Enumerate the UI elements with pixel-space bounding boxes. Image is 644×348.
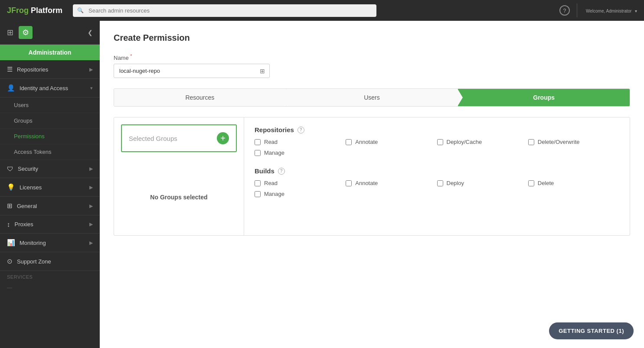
builds-checkboxes: Read Annotate Deploy Delete xyxy=(255,180,619,200)
repo-manage-input[interactable] xyxy=(255,150,261,156)
security-arrow: ▶ xyxy=(89,166,93,172)
sidebar-item-support-zone[interactable]: ⊙ Support Zone xyxy=(0,252,100,271)
repositories-help-icon[interactable]: ? xyxy=(297,127,304,133)
repo-delete-overwrite-checkbox[interactable]: Delete/Overwrite xyxy=(528,139,619,145)
sidebar-item-general[interactable]: ⊞ General ▶ xyxy=(0,197,100,215)
sidebar-services-dash: — xyxy=(0,283,100,293)
content-area: Create Permission Name * ⊞ Resources Use… xyxy=(100,21,644,348)
step-users-label: Users xyxy=(364,94,380,101)
repo-annotate-label: Annotate xyxy=(355,139,378,145)
users-label: Users xyxy=(14,102,29,108)
sidebar-item-security[interactable]: 🛡 Security ▶ xyxy=(0,160,100,178)
sidebar-item-groups[interactable]: Groups xyxy=(0,113,100,129)
build-manage-checkbox[interactable]: Manage xyxy=(255,191,619,197)
topbar-divider xyxy=(577,3,577,17)
sidebar-section-header: Administration xyxy=(0,45,100,60)
monitoring-icon: 📊 xyxy=(7,239,15,247)
identity-icon: 👤 xyxy=(7,84,15,92)
repo-read-checkbox[interactable]: Read xyxy=(255,139,346,145)
sidebar-item-identity-access[interactable]: 👤 Identity and Access ▾ xyxy=(0,79,100,98)
help-icon[interactable]: ? xyxy=(559,5,570,16)
repo-read-input[interactable] xyxy=(255,139,261,145)
selected-groups-title: Selected Groups xyxy=(129,135,177,142)
repositories-section-title: Repositories ? xyxy=(255,126,619,133)
sidebar-repositories-label: Repositories xyxy=(17,66,48,73)
step-resources[interactable]: Resources xyxy=(114,89,286,106)
sidebar-item-proxies[interactable]: ↕ Proxies ▶ xyxy=(0,215,100,234)
step-users[interactable]: Users xyxy=(286,89,458,106)
name-input[interactable] xyxy=(114,64,255,78)
sidebar-item-repositories[interactable]: ☰ Repositories ▶ xyxy=(0,60,100,79)
logo-jfrog: JFrog xyxy=(7,6,29,15)
add-group-button[interactable]: + xyxy=(217,132,229,144)
groups-left-panel: Selected Groups + No Groups selected xyxy=(114,117,244,235)
sidebar-item-monitoring[interactable]: 📊 Monitoring ▶ xyxy=(0,234,100,252)
repositories-checkboxes: Read Annotate Deploy/Cache Delete/Overwr… xyxy=(255,139,619,159)
sidebar-monitoring-label: Monitoring xyxy=(20,240,46,246)
search-input[interactable] xyxy=(73,4,376,17)
user-label: Welcome, Administrator xyxy=(586,9,631,13)
build-deploy-input[interactable] xyxy=(437,180,443,186)
build-manage-label: Manage xyxy=(264,191,284,197)
repo-read-label: Read xyxy=(264,139,278,145)
grid-icon-button[interactable]: ⊞ xyxy=(7,28,13,37)
build-manage-input[interactable] xyxy=(255,191,261,197)
sidebar-identity-label: Identity and Access xyxy=(20,85,68,91)
licenses-arrow: ▶ xyxy=(89,185,93,190)
repo-deploy-cache-checkbox[interactable]: Deploy/Cache xyxy=(437,139,528,145)
groups-right-panel: Repositories ? Read Annotate Deploy/Cach… xyxy=(244,117,630,235)
build-delete-input[interactable] xyxy=(528,180,534,186)
no-groups-message: No Groups selected xyxy=(114,159,244,235)
name-label: Name * xyxy=(114,53,630,61)
build-deploy-checkbox[interactable]: Deploy xyxy=(437,180,528,186)
sidebar-general-label: General xyxy=(17,203,37,209)
permissions-label: Permissions xyxy=(14,133,45,140)
groups-layout: Selected Groups + No Groups selected Rep… xyxy=(114,117,630,236)
sidebar-item-licenses[interactable]: 💡 Licenses ▶ xyxy=(0,178,100,197)
build-annotate-label: Annotate xyxy=(355,180,378,186)
gear-icon-button[interactable]: ⚙ xyxy=(19,26,33,39)
build-delete-checkbox[interactable]: Delete xyxy=(528,180,619,186)
groups-label: Groups xyxy=(14,117,33,124)
sidebar-support-label: Support Zone xyxy=(17,258,51,265)
build-read-checkbox[interactable]: Read xyxy=(255,180,346,186)
sidebar-item-users[interactable]: Users xyxy=(0,98,100,113)
step-groups[interactable]: Groups xyxy=(458,89,630,106)
repo-deploy-cache-input[interactable] xyxy=(437,139,443,145)
repo-delete-overwrite-input[interactable] xyxy=(528,139,534,145)
proxies-icon: ↕ xyxy=(7,221,10,228)
name-input-wrap: ⊞ xyxy=(114,64,270,78)
repo-deploy-cache-label: Deploy/Cache xyxy=(447,139,482,145)
build-annotate-input[interactable] xyxy=(346,180,352,186)
sidebar-security-label: Security xyxy=(18,166,38,172)
repo-annotate-checkbox[interactable]: Annotate xyxy=(346,139,437,145)
build-read-input[interactable] xyxy=(255,180,261,186)
search-bar[interactable] xyxy=(73,4,376,17)
logo: JFrog Platform xyxy=(7,6,62,15)
support-icon: ⊙ xyxy=(7,257,13,265)
proxies-arrow: ▶ xyxy=(89,221,93,227)
sidebar-item-permissions[interactable]: Permissions xyxy=(0,129,100,144)
name-field-section: Name * ⊞ xyxy=(114,53,630,78)
name-input-icon[interactable]: ⊞ xyxy=(255,65,269,77)
sidebar-collapse-icon[interactable]: ❮ xyxy=(88,29,93,36)
security-icon: 🛡 xyxy=(7,165,13,172)
repo-manage-checkbox[interactable]: Manage xyxy=(255,150,619,156)
step-resources-label: Resources xyxy=(185,94,214,101)
general-icon: ⊞ xyxy=(7,202,13,210)
step-groups-label: Groups xyxy=(533,94,555,101)
sidebar-item-access-tokens[interactable]: Access Tokens xyxy=(0,144,100,160)
repositories-arrow: ▶ xyxy=(89,67,93,72)
repo-annotate-input[interactable] xyxy=(346,139,352,145)
user-arrow: ▾ xyxy=(635,9,637,13)
build-deploy-label: Deploy xyxy=(447,180,464,186)
topbar: JFrog Platform ? Welcome, Administrator … xyxy=(0,0,644,21)
monitoring-arrow: ▶ xyxy=(89,240,93,246)
getting-started-button[interactable]: GETTING STARTED (1) xyxy=(549,322,634,339)
build-annotate-checkbox[interactable]: Annotate xyxy=(346,180,437,186)
builds-title-label: Builds xyxy=(255,167,275,175)
selected-groups-header: Selected Groups + xyxy=(121,124,237,152)
user-menu[interactable]: Welcome, Administrator ▾ xyxy=(584,7,637,14)
builds-help-icon[interactable]: ? xyxy=(278,168,285,175)
builds-section-title: Builds ? xyxy=(255,167,619,175)
